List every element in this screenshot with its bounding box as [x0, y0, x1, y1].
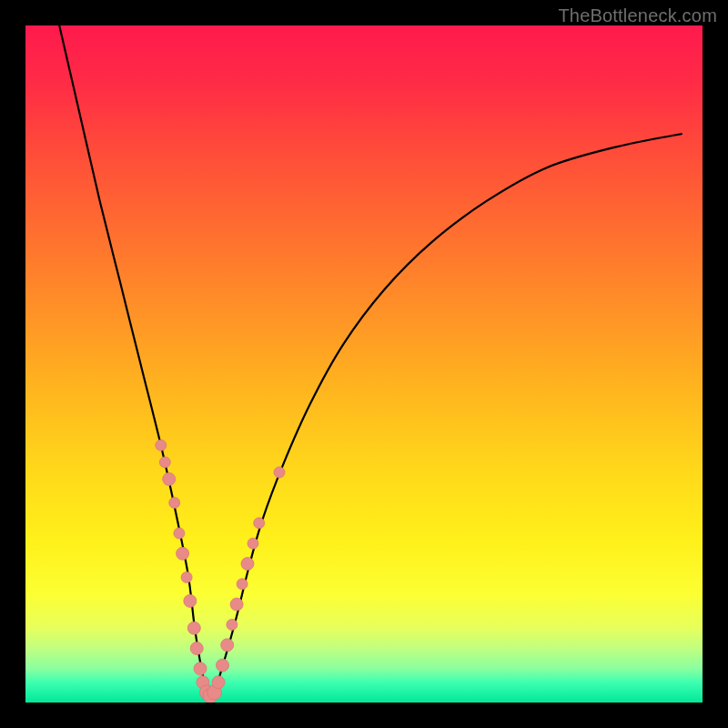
scatter-dot: [254, 518, 265, 529]
scatter-dot: [221, 639, 234, 652]
scatter-dot: [274, 467, 285, 478]
watermark-text: TheBottleneck.com: [558, 5, 717, 26]
plot-area: [25, 25, 703, 703]
scatter-dot: [194, 662, 207, 675]
scatter-dot: [174, 528, 185, 539]
scatter-dot: [181, 571, 192, 582]
scatter-dot: [187, 622, 200, 634]
scatter-dot: [237, 579, 248, 590]
chart-frame: TheBottleneck.com: [0, 0, 728, 728]
scatter-dot: [227, 619, 238, 630]
scatter-dot: [177, 547, 189, 560]
scatter-dot: [248, 538, 258, 549]
scatter-dot: [169, 498, 180, 509]
scatter-dot: [190, 642, 203, 655]
scatter-dot: [156, 440, 167, 450]
bottleneck-curve: [59, 25, 682, 697]
scatter-dot: [184, 594, 197, 607]
scatter-dots: [156, 440, 285, 703]
scatter-dot: [163, 473, 176, 486]
scatter-dot: [230, 598, 243, 611]
scatter-dot: [217, 659, 229, 672]
curve-layer: [25, 25, 703, 703]
scatter-dot: [212, 676, 225, 689]
scatter-dot: [241, 558, 254, 571]
scatter-dot: [159, 457, 170, 468]
